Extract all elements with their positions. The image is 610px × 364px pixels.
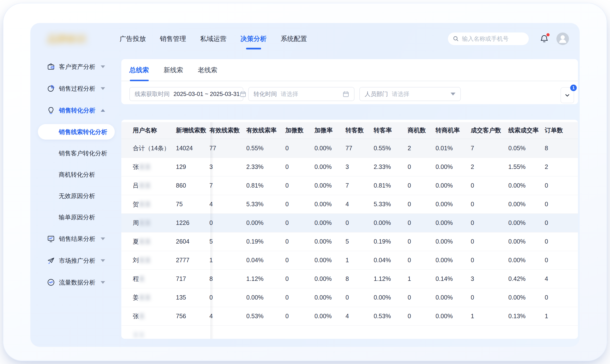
chevron-down-icon — [564, 92, 570, 98]
table-cell — [315, 325, 346, 339]
user-name-visible: 合计（14条） — [133, 145, 170, 152]
sidebar-subitem[interactable]: 商机转化分析 — [30, 164, 121, 185]
table-cell: 14024 — [176, 139, 209, 157]
search-input[interactable] — [462, 35, 524, 42]
table-cell: 0.81% — [374, 176, 408, 195]
table-row[interactable]: 刘某某277710.04%00.00%10.04%00.00%00.00%0 — [121, 251, 578, 270]
table-cell: 1226 — [176, 213, 209, 232]
table-row[interactable]: 贺某某7545.33%00.00%45.33%00.00%00.00%0 — [121, 195, 578, 213]
table-cell: 0.55% — [246, 139, 285, 157]
table-header-cell: 转客率 — [374, 122, 408, 139]
table-cell: 77 — [209, 139, 246, 157]
table-cell: 0.00% — [315, 195, 346, 213]
table-row[interactable]: 张某75640.53%00.00%40.53%00.00%10.13%1 — [121, 307, 578, 325]
top-nav-item[interactable]: 系统配置 — [281, 34, 307, 43]
table-cell: 0 — [408, 213, 436, 232]
sidebar-subitem[interactable]: 输单原因分析 — [30, 207, 121, 228]
user-name-visible: 刘 — [133, 257, 139, 263]
table-header-cell: 加微率 — [315, 122, 346, 139]
sidebar-group[interactable]: 市场推广分析 — [30, 250, 121, 272]
table-cell — [209, 325, 246, 339]
notification-dot — [546, 33, 550, 36]
table-header-cell: 新增线索数 — [176, 122, 209, 139]
tab-item[interactable]: 总线索 — [129, 59, 149, 81]
top-nav-item[interactable]: 私域运营 — [200, 34, 226, 43]
table-cell: 135 — [176, 288, 209, 307]
table-header-row: 用户名称新增线索数有效线索数有效线索率加微数加微率转客数转客率商机数转商机率成交… — [121, 122, 578, 139]
filter-2[interactable]: 人员部门请选择 — [359, 87, 461, 101]
tab-item[interactable]: 老线索 — [198, 59, 217, 81]
table-row[interactable]: 姜某某13500.00%00.00%00.00%00.00%00.00%0 — [121, 288, 578, 307]
top-nav-item[interactable]: 决策分析 — [240, 34, 267, 43]
table-cell: 0.19% — [246, 232, 285, 251]
table-cell: 0.00% — [436, 176, 471, 195]
filter-value: 2025-03-01 ~ 2025-03-31 — [173, 91, 240, 97]
table-row[interactable]: 程某71781.12%00.00%81.12%10.14%30.42%4 — [121, 270, 578, 288]
sidebar-group[interactable]: 流量数据分析 — [30, 272, 121, 293]
user-name-visible: 张 — [133, 163, 139, 170]
table-header-cell: 商机数 — [408, 122, 436, 139]
bulb-icon — [47, 106, 55, 114]
top-nav: 广告投放销售管理私域运营决策分析系统配置 — [120, 34, 307, 43]
sidebar-subitem[interactable]: 销售客户转化分析 — [30, 143, 121, 164]
app-body: 客户资产分析销售过程分析销售转化分析销售线索转化分析销售客户转化分析商机转化分析… — [30, 54, 580, 347]
table-row[interactable]: 某某 — [121, 325, 578, 339]
user-name-cell: 刘某某 — [121, 251, 176, 270]
table-cell: 0 — [285, 288, 315, 307]
table-cell: 0.00% — [315, 251, 346, 270]
sidebar-group-label: 流量数据分析 — [59, 278, 95, 286]
user-name-visible: 周 — [133, 219, 139, 226]
tabs-filter-panel: 总线索新线索老线索 线索获取时间2025-03-01 ~ 2025-03-31转… — [121, 59, 578, 104]
user-name-visible: 姜 — [133, 294, 139, 301]
expand-filters-button[interactable]: 1 — [560, 87, 574, 103]
top-nav-item[interactable]: 销售管理 — [160, 34, 186, 43]
device-frame: 品牌标识 广告投放销售管理私域运营决策分析系统配置 客户资产分析销售过程分析销售… — [3, 3, 607, 361]
user-name-masked: 某某 — [133, 331, 145, 339]
user-name-cell: 某某 — [121, 325, 176, 339]
filter-count-badge: 1 — [570, 85, 577, 91]
avatar[interactable] — [556, 32, 569, 45]
user-name-visible: 程 — [133, 275, 139, 282]
table-cell: 0.00% — [315, 157, 346, 176]
table-cell: 0 — [471, 232, 508, 251]
tab-item[interactable]: 新线索 — [164, 59, 183, 81]
user-name-masked: 某 — [139, 275, 145, 283]
table-cell: 0.00% — [436, 157, 471, 176]
filter-1[interactable]: 转化时间请选择 — [248, 87, 355, 101]
table-cell: 8 — [346, 270, 374, 288]
table-cell: 129 — [176, 157, 209, 176]
chevron-down-icon — [101, 87, 105, 90]
table-cell: 77 — [346, 139, 374, 157]
user-name-cell: 夏某某 — [121, 232, 176, 251]
sidebar-group[interactable]: 销售过程分析 — [30, 78, 121, 99]
table-row[interactable]: 合计（14条）14024770.55%00.00%770.55%20.01%70… — [121, 139, 578, 157]
notification-bell[interactable] — [539, 34, 549, 44]
sidebar-group-label: 销售过程分析 — [59, 85, 95, 92]
main-content: 总线索新线索老线索 线索获取时间2025-03-01 ~ 2025-03-31转… — [121, 54, 578, 347]
global-search[interactable] — [448, 32, 529, 45]
table-row[interactable]: 夏某某260450.19%00.00%50.19%00.00%00.00%0 — [121, 232, 578, 251]
sidebar-group-label: 市场推广分析 — [59, 257, 95, 265]
sidebar-group[interactable]: 客户资产分析 — [30, 56, 121, 78]
table-cell: 1 — [408, 270, 436, 288]
sidebar-subitem[interactable]: 销售线索转化分析 — [38, 124, 115, 140]
table-cell: 0.00% — [315, 307, 346, 325]
filter-0[interactable]: 线索获取时间2025-03-01 ~ 2025-03-31 — [129, 87, 243, 101]
table-cell: 0.00% — [436, 251, 471, 270]
table-cell: 0 — [545, 251, 578, 270]
table-cell: 4 — [209, 195, 246, 213]
user-name-masked: 某某 — [139, 293, 151, 301]
sidebar-group[interactable]: 销售转化分析 — [30, 99, 121, 121]
table-row[interactable]: 吕某某86070.81%00.00%70.81%00.00%00.00%0 — [121, 176, 578, 195]
pie-icon — [47, 84, 55, 92]
top-nav-item[interactable]: 广告投放 — [120, 34, 146, 43]
table-cell: 0.00% — [246, 288, 285, 307]
table-cell: 5 — [209, 232, 246, 251]
sidebar-group[interactable]: 销售结果分析 — [30, 228, 121, 250]
sidebar-group-label: 客户资产分析 — [59, 63, 95, 71]
table-row[interactable]: 周某某122600.00%00.00%00.00%00.00%00.00%0 — [121, 213, 578, 232]
app-header: 品牌标识 广告投放销售管理私域运营决策分析系统配置 — [30, 23, 580, 54]
table-row[interactable]: 张某某12932.33%00.00%32.33%00.00%21.55%2 — [121, 157, 578, 176]
filter-label: 人员部门 — [365, 90, 388, 98]
sidebar-subitem[interactable]: 无效原因分析 — [30, 185, 121, 207]
